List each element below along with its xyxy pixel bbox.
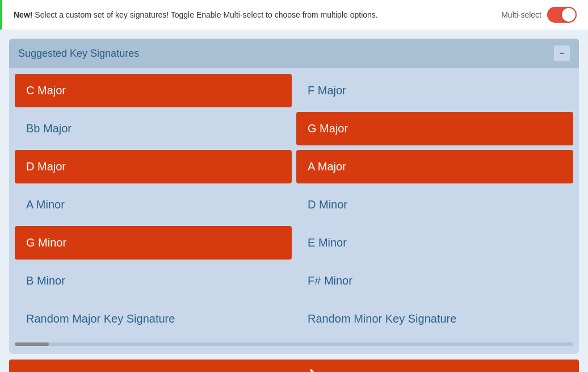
multi-select-toggle[interactable] (547, 7, 577, 23)
key-btn-d-major[interactable]: D Major (15, 150, 292, 183)
key-btn-c-major[interactable]: C Major (15, 74, 292, 107)
toggle-knob (562, 8, 576, 22)
next-button[interactable]: Next (9, 360, 579, 372)
new-badge: New! (14, 10, 32, 19)
key-btn-random-major-key-signature[interactable]: Random Major Key Signature (15, 302, 292, 336)
key-btn-f-major[interactable]: F Major (296, 74, 573, 107)
collapse-button[interactable]: − (554, 45, 570, 61)
chevron-right-icon (303, 369, 318, 372)
scroll-indicator (15, 342, 573, 346)
panel-title: Suggested Key Signatures (18, 48, 139, 60)
banner-text: New! Select a custom set of key signatur… (14, 10, 378, 19)
key-grid: C MajorF MajorBb MajorG MajorD MajorA Ma… (9, 68, 579, 341)
next-btn-container: Next (9, 360, 579, 372)
main-panel: Suggested Key Signatures − C MajorF Majo… (9, 39, 579, 354)
key-btn-a-major[interactable]: A Major (296, 150, 573, 183)
scroll-thumb (15, 342, 49, 346)
key-btn-g-minor[interactable]: G Minor (15, 226, 292, 260)
key-btn-d-minor[interactable]: D Minor (296, 188, 573, 221)
key-btn-f#-minor[interactable]: F# Minor (296, 264, 573, 298)
multi-select-label: Multi-select (501, 10, 541, 19)
key-btn-g-major[interactable]: G Major (296, 112, 573, 145)
panel-header: Suggested Key Signatures − (9, 39, 579, 68)
key-btn-a-minor[interactable]: A Minor (15, 188, 292, 221)
banner: New! Select a custom set of key signatur… (0, 0, 588, 30)
banner-description: Select a custom set of key signatures! T… (35, 10, 377, 19)
multi-select-container: Multi-select (501, 7, 577, 23)
key-btn-random-minor-key-signature[interactable]: Random Minor Key Signature (296, 302, 573, 336)
key-btn-e-minor[interactable]: E Minor (296, 226, 573, 260)
next-label: Next (271, 370, 297, 372)
key-btn-b-minor[interactable]: B Minor (15, 264, 292, 298)
key-btn-bb-major[interactable]: Bb Major (15, 112, 292, 145)
